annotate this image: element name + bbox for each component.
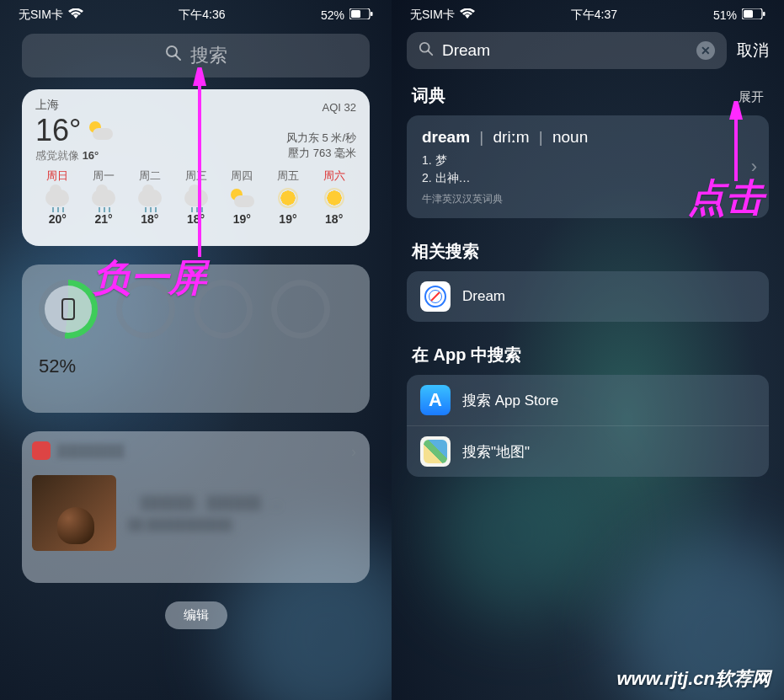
forecast-dow: 周六 xyxy=(312,168,356,184)
status-time: 下午4:37 xyxy=(571,8,617,23)
dict-def-1: 1. 梦 xyxy=(422,152,754,169)
search-query: Dream xyxy=(442,41,490,60)
feels-like-label: 感觉就像 xyxy=(35,149,79,162)
forecast-temp: 18° xyxy=(127,212,172,226)
sun-icon xyxy=(280,190,296,206)
search-in-app-item[interactable]: 搜索"地图" xyxy=(407,425,769,477)
svg-rect-2 xyxy=(371,12,373,16)
svg-line-4 xyxy=(176,56,180,60)
partly-cloudy-icon xyxy=(229,189,254,207)
aqi-val: 32 xyxy=(344,101,356,114)
widget-title-blurred: ████████ xyxy=(57,444,124,457)
battery-icon xyxy=(349,8,373,22)
album-art xyxy=(32,475,116,551)
safari-icon xyxy=(420,281,451,312)
search-in-apps-list: A搜索 App Store搜索"地图" xyxy=(407,375,769,477)
status-bar: 无SIM卡 下午4:36 52% xyxy=(0,0,392,25)
svg-rect-7 xyxy=(744,10,753,18)
list-item-label: 搜索"地图" xyxy=(462,442,530,462)
wifi-icon xyxy=(460,8,475,22)
svg-rect-1 xyxy=(351,10,360,18)
watermark: www.rjtj.cn软荐网 xyxy=(616,666,771,692)
annotation-label: 点击 xyxy=(688,173,764,223)
svg-rect-8 xyxy=(763,12,765,16)
chevron-right-icon: › xyxy=(351,443,356,461)
clear-button[interactable]: ✕ xyxy=(696,41,715,60)
svg-point-3 xyxy=(167,46,177,56)
search-in-app-item[interactable]: A搜索 App Store xyxy=(407,375,769,425)
feels-like-val: 16° xyxy=(83,149,99,162)
annotation-label: 负一屏 xyxy=(93,253,206,303)
forecast-dow: 周五 xyxy=(266,168,311,184)
battery-pct: 51% xyxy=(713,8,737,22)
dict-pron: driːm xyxy=(493,128,530,146)
status-bar: 无SIM卡 下午4:37 51% xyxy=(392,0,784,25)
svg-point-9 xyxy=(420,43,429,52)
forecast-day: 周五19° xyxy=(266,168,311,226)
weather-condition-icon xyxy=(88,121,113,140)
today-view-screen: 无SIM卡 下午4:36 52% 搜索 xyxy=(0,0,392,700)
maps-icon xyxy=(420,436,451,467)
forecast-temp: 18° xyxy=(312,212,356,226)
forecast-dow: 周二 xyxy=(127,168,172,184)
forecast-dow: 周日 xyxy=(35,168,80,184)
weather-wind: 风力东 5 米/秒 xyxy=(286,131,356,146)
inapp-section-header: 在 App 中搜索 xyxy=(392,337,784,375)
battery-icon xyxy=(742,8,765,22)
forecast-day: 周六18° xyxy=(312,168,356,226)
music-widget[interactable]: ████████ › 「██████」██████…」 ██ █████████… xyxy=(22,431,370,583)
inapp-section-title: 在 App 中搜索 xyxy=(412,344,521,366)
spotlight-results-screen: 无SIM卡 下午4:37 51% Dream ✕ 取消 xyxy=(392,0,784,700)
rain-icon xyxy=(92,190,115,206)
phone-icon xyxy=(61,298,75,320)
music-app-icon xyxy=(32,441,51,460)
device-battery-ring xyxy=(39,280,98,339)
sun-icon xyxy=(326,190,343,206)
weather-temp: 16° xyxy=(35,113,81,148)
forecast-day: 周一21° xyxy=(82,168,126,226)
edit-button[interactable]: 编辑 xyxy=(165,601,227,629)
forecast-temp: 19° xyxy=(266,212,311,226)
spotlight-search[interactable]: Dream ✕ xyxy=(407,32,727,69)
aqi-label: AQI xyxy=(323,101,341,114)
track-info-blurred: 「██████」██████…」 ██ ███████████ xyxy=(128,495,360,531)
forecast-day: 周二18° xyxy=(127,168,172,226)
appstore-icon: A xyxy=(420,385,451,415)
search-icon xyxy=(165,45,182,67)
cancel-button[interactable]: 取消 xyxy=(737,40,769,61)
forecast-dow: 周一 xyxy=(82,168,126,184)
battery-pct: 52% xyxy=(321,8,344,22)
list-item-label: Dream xyxy=(462,288,505,305)
related-list: Dream xyxy=(407,271,769,322)
wifi-icon xyxy=(68,8,83,22)
carrier-label: 无SIM卡 xyxy=(410,8,455,23)
annotation-arrow xyxy=(187,67,212,261)
weather-pressure: 壓力 763 毫米 xyxy=(286,146,356,161)
search-placeholder: 搜索 xyxy=(190,43,227,68)
forecast-temp: 21° xyxy=(82,212,126,226)
forecast-dow: 周四 xyxy=(220,168,264,184)
dict-section-title: 词典 xyxy=(412,84,445,107)
forecast-day: 周日20° xyxy=(35,168,80,226)
related-item[interactable]: Dream xyxy=(407,271,769,322)
battery-widget-pct: 52% xyxy=(39,355,353,377)
weather-city: 上海 xyxy=(35,98,120,113)
rain-icon xyxy=(138,190,162,206)
related-section-header: 相关搜索 xyxy=(392,233,784,271)
dict-word: dream xyxy=(422,128,470,146)
carrier-label: 无SIM卡 xyxy=(19,8,63,23)
svg-line-10 xyxy=(429,51,433,55)
forecast-day: 周四19° xyxy=(220,168,264,226)
list-item-label: 搜索 App Store xyxy=(462,391,558,410)
dict-pos: noun xyxy=(552,128,588,146)
status-time: 下午4:36 xyxy=(179,8,225,23)
forecast-temp: 20° xyxy=(35,212,80,226)
empty-ring xyxy=(271,280,330,339)
forecast-temp: 19° xyxy=(220,212,264,226)
rain-icon xyxy=(45,190,69,206)
related-section-title: 相关搜索 xyxy=(412,240,479,263)
search-icon xyxy=(419,40,434,61)
